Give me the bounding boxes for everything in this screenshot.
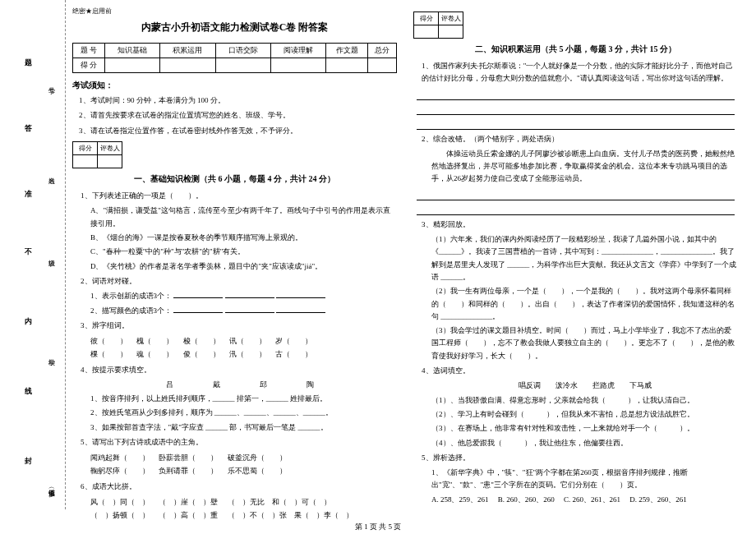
- answer-blank[interactable]: [225, 290, 274, 298]
- answer-line[interactable]: [417, 189, 735, 200]
- q3-item[interactable]: 魂（ ）: [136, 350, 173, 358]
- s2-q4d: （4）、他总爱跟我（ ），我让他往东，他偏要往西。: [431, 437, 738, 449]
- exam-title: 内蒙古小升初语文能力检测试卷C卷 附答案: [72, 21, 397, 35]
- q3-item[interactable]: 俊（ ）: [183, 350, 220, 358]
- ss-marker: 评卷人: [98, 142, 122, 155]
- ss-blank[interactable]: [414, 25, 439, 39]
- notice-heading: 考试须知：: [72, 80, 397, 91]
- q5-item[interactable]: 乐不思蜀（ ）: [228, 467, 287, 475]
- notice-2: 2、请首先按要求在试卷的指定位置填写您的姓名、班级、学号。: [79, 109, 397, 121]
- ss-blank[interactable]: [439, 25, 463, 39]
- s2-q1: 1、俄国作家列夫·托尔斯泰说："一个人就好像是一个分数，他的实际才能好比分子，而…: [422, 60, 738, 85]
- s2-q5-opts: A. 258、259、261 B. 260、260、260 C. 260、261…: [431, 494, 738, 506]
- notice-3: 3、请在试卷指定位置作答，在试卷密封线外作答无效，不予评分。: [79, 125, 397, 136]
- q6-item[interactable]: （ ）扬顿（ ）: [90, 511, 150, 519]
- answer-blank[interactable]: [173, 305, 223, 313]
- q3-item[interactable]: 汛（ ）: [229, 350, 266, 358]
- score-cell[interactable]: [160, 58, 215, 73]
- ss-blank[interactable]: [73, 155, 98, 168]
- s2-q4: 4、选词填空。: [422, 365, 738, 377]
- th-num: 题 号: [73, 44, 105, 58]
- opt-d[interactable]: D. 259、260、261: [629, 495, 687, 504]
- s2-q4b: （2）、学习上有时会碰到（ ），但我从来不害怕，总是想方设法战胜它。: [431, 408, 738, 421]
- th-2: 积累运用: [160, 44, 215, 58]
- s2-q3b: （2）我一生有两位母亲，一个是（ ），一个是我的（ ）。我对这两个母亲怀着同样的…: [431, 285, 738, 323]
- q4: 4、按提示要求填空。: [81, 364, 397, 376]
- q3-item[interactable]: 棵（ ）: [90, 350, 127, 358]
- score-cell[interactable]: [215, 58, 270, 73]
- q1-d: D、《夹竹桃》的作者是著名学者季羡林，题目中的"夹"应该读成"jiá"。: [90, 260, 397, 273]
- score-cell[interactable]: [326, 58, 368, 73]
- th-6: 总分: [368, 44, 397, 58]
- q2-a: 1、表示创新的成语3个：: [90, 290, 397, 302]
- q6-item[interactable]: （ ）崖（ ）壁: [159, 498, 218, 506]
- total-score-table: 题 号 知识基础 积累运用 口语交际 阅读理解 作文题 总分 得 分: [72, 43, 397, 73]
- seal-char-1: 封: [25, 456, 32, 467]
- score-cell[interactable]: [270, 58, 325, 73]
- q3-item[interactable]: 讯（ ）: [229, 337, 266, 345]
- q6-item[interactable]: 风（ ）同（ ）: [90, 498, 150, 506]
- s2-q3: 3、精彩回放。: [422, 219, 738, 231]
- s2-q3a: （1）六年来，我们的课内外阅读经历了一段精彩纷呈，我读了几篇外国小说，如其中的《…: [431, 233, 738, 283]
- answer-blank[interactable]: [276, 290, 325, 298]
- q3-row2: 棵（ ） 魂（ ） 俊（ ） 汛（ ） 古（ ）: [90, 348, 397, 361]
- q6-item[interactable]: （ ）高（ ）重: [159, 511, 218, 519]
- section1-title: 一、基础知识检测（共 6 小题，每题 4 分，共计 24 分）: [72, 173, 397, 185]
- s2-q4-words: 唱反调 泼冷水 拦路虎 下马威: [431, 380, 738, 392]
- th-3: 口语交际: [215, 44, 270, 58]
- q6-item[interactable]: （ ）无比 和（ ）可（ ）: [228, 498, 331, 506]
- answer-line[interactable]: [417, 204, 735, 215]
- q5-item[interactable]: 破釜沉舟（ ）: [228, 453, 287, 462]
- s2-q3c: （3）我会学过的课文题目补填空。时间（ ）而过，马上小学毕业了，我忘不了杰出的爱…: [431, 325, 738, 362]
- q2a-text: 1、表示创新的成语3个：: [90, 292, 172, 300]
- q4-b: 2、按姓氏笔画从少到多排列，顺序为 ______、______、______、_…: [90, 407, 397, 419]
- page-footer: 第 1 页 共 5 页: [0, 522, 756, 532]
- q5-item[interactable]: 闻鸡起舞（ ）: [90, 453, 150, 462]
- ss-score: 得分: [414, 12, 439, 25]
- q3-row1: 彼（ ） 槐（ ） 梭（ ） 讯（ ） 岁（ ）: [90, 334, 397, 348]
- q1-b: B、《烟台的海》一课是按春夏秋冬的季节顺序描写海上景观的。: [90, 232, 397, 244]
- section1-score: 得分评卷人: [72, 141, 122, 168]
- q3-item[interactable]: 梭（ ）: [183, 337, 220, 345]
- page-body: 绝密★启用前 内蒙古小升初语文能力检测试卷C卷 附答案 题 号 知识基础 积累运…: [72, 7, 746, 524]
- answer-blank[interactable]: [173, 290, 223, 298]
- q5-item[interactable]: 鞠躬尽瘁（ ）: [90, 467, 150, 475]
- q2: 2、词语对对碰。: [81, 275, 397, 288]
- s2-q4c: （3）、在赛场上，他非常有针对性和攻击性，一上来就给对手一个（ ）。: [431, 422, 738, 435]
- seal-char-2: 线: [25, 386, 32, 397]
- row-score-label: 得 分: [73, 58, 105, 73]
- q3-item[interactable]: 槐（ ）: [136, 337, 173, 345]
- binding-margin: 乡镇（街道） 学校 班级 姓名 学号 封 线 内 不 准 答 题: [0, 0, 66, 509]
- ss-blank[interactable]: [98, 155, 122, 168]
- opt-a[interactable]: A. 258、259、261: [431, 495, 489, 504]
- q5-row1: 闻鸡起舞（ ） 卧薪尝胆（ ） 破釜沉舟（ ）: [90, 451, 397, 464]
- s2-q2-text: 体操运动员丘索金娜的儿子阿廖沙被诊断患上白血病。支付儿子昂贵的医药费，她毅然绝然…: [431, 148, 738, 186]
- q6-item[interactable]: （ ）不（ ）张 果（ ）李（ ）: [228, 511, 353, 519]
- q3-item[interactable]: 岁（ ）: [275, 337, 312, 345]
- score-cell[interactable]: [368, 58, 397, 73]
- q5-item[interactable]: 负荆请罪（ ）: [159, 467, 218, 475]
- q1-c: C、"春种一粒粟"中的"种"与"农耕"的"耕"有关。: [90, 246, 397, 258]
- q3: 3、辨字组词。: [81, 320, 397, 332]
- q5: 5、请写出下列古诗或成语中的主角。: [81, 436, 397, 449]
- seal-char-7: 题: [25, 58, 32, 68]
- q2-b: 2、描写颜色的成语3个：: [90, 305, 397, 317]
- score-cell[interactable]: [104, 58, 159, 73]
- seal-char-4: 不: [25, 246, 32, 257]
- q4-a: 1、按音序排列，以上姓氏排列顺序，______ 排第一，______ 姓排最后。: [90, 393, 397, 405]
- answer-blank[interactable]: [276, 305, 325, 313]
- opt-b[interactable]: B. 260、260、260: [498, 495, 555, 504]
- th-5: 作文题: [326, 44, 368, 58]
- q5-item[interactable]: 卧薪尝胆（ ）: [159, 453, 218, 462]
- th-1: 知识基础: [104, 44, 159, 58]
- q1: 1、下列表述正确的一项是（ ）。: [81, 190, 397, 202]
- answer-line[interactable]: [417, 118, 735, 130]
- s2-q5-text: 1、《新华字典》中，"筷"、"狂"两个字都在第260页，根据音序排列规律，推断出…: [431, 467, 738, 492]
- answer-line[interactable]: [417, 104, 735, 115]
- q3-item[interactable]: 古（ ）: [275, 350, 312, 358]
- answer-blank[interactable]: [225, 305, 274, 313]
- answer-line[interactable]: [417, 89, 735, 100]
- q3-item[interactable]: 彼（ ）: [90, 337, 127, 345]
- opt-c[interactable]: C. 260、261、261: [564, 495, 620, 504]
- notice-1: 1、考试时间：90 分钟，本卷满分为 100 分。: [79, 94, 397, 106]
